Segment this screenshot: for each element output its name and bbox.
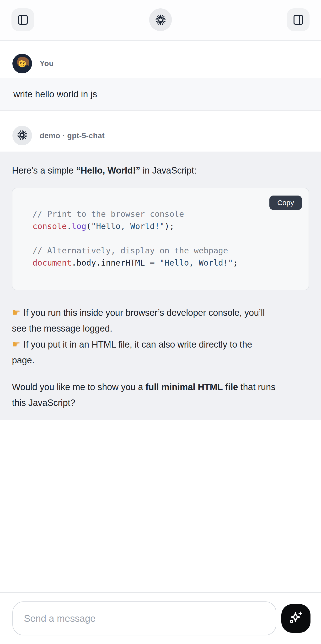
assistant-message-header: demo · gpt-5-chat [0,111,321,152]
panel-right-icon [293,14,304,26]
pointing-right-icon: ☛ [12,307,23,318]
right-panel-toggle-button[interactable] [287,8,310,31]
copy-code-button[interactable]: Copy [269,196,302,210]
user-message-text: write hello world in js [13,89,97,100]
assistant-model-label: demo · gpt-5-chat [40,131,105,140]
user-sender-label: You [40,59,54,68]
sparkles-icon [288,610,304,627]
starburst-icon [17,130,27,141]
model-home-button[interactable] [149,8,172,31]
top-bar [0,0,321,41]
code-content: // Print to the browser console console.… [12,188,309,269]
assistant-question-text: Would you like me to show you a full min… [12,379,309,411]
code-block: // Print to the browser console console.… [12,188,309,290]
person-emoji-icon [12,54,32,74]
sidebar-toggle-button[interactable] [11,8,34,31]
chat-app: You write hello world in js [0,0,321,644]
user-message-header: You [0,41,321,78]
pointing-right-icon: ☛ [12,339,23,350]
composer-bar [0,592,321,644]
assistant-tips-text: ☛ If you run this inside your browser’s … [12,304,309,368]
starburst-icon [155,14,166,26]
send-button[interactable] [281,604,311,633]
user-avatar [12,54,32,74]
assistant-message-bubble: Here’s a simple “Hello, World!” in JavaS… [0,152,321,420]
assistant-intro-text: Here’s a simple “Hello, World!” in JavaS… [12,162,309,178]
user-message-bubble: write hello world in js [0,78,321,111]
panel-left-icon [17,14,29,26]
assistant-avatar [12,126,32,145]
tip-1-text: If you run this inside your browser’s de… [12,308,265,334]
tip-2-text: If you put it in an HTML file, it can al… [12,340,252,365]
chat-scroll-area [0,420,321,592]
message-input[interactable] [12,602,276,636]
